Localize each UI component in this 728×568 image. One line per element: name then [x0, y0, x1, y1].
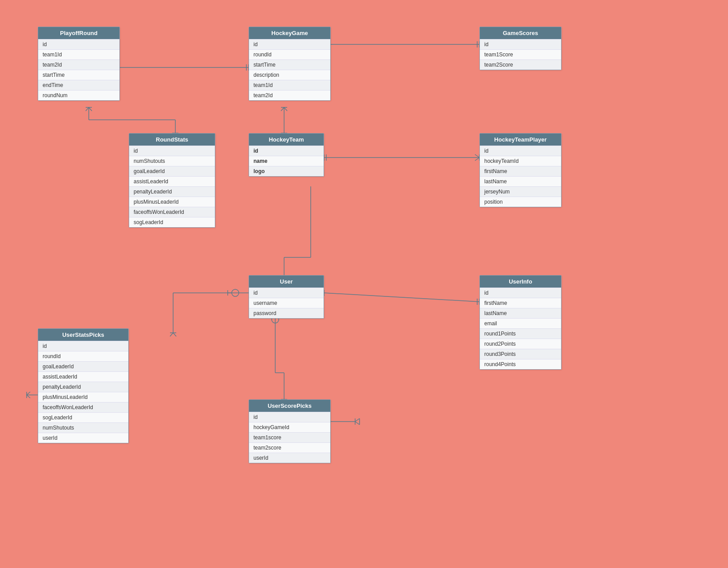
field-htp-position: position [480, 197, 561, 207]
field-uscp-hockeygameid: hockeyGameId [249, 422, 330, 432]
field-htp-jerseynum: jerseyNum [480, 186, 561, 197]
field-htp-lastname: lastName [480, 176, 561, 186]
table-round-stats: RoundStats id numShutouts goalLeaderId a… [129, 133, 215, 228]
field-htp-id: id [480, 146, 561, 156]
field-playoff-team1id: team1Id [38, 49, 119, 59]
svg-line-57 [27, 395, 30, 398]
field-htp-firstname: firstName [480, 166, 561, 176]
svg-line-46 [173, 333, 176, 336]
table-hockey-game: HockeyGame id roundId startTime descript… [249, 27, 331, 101]
field-rs-penaltyleaderid: penaltyLeaderId [129, 186, 215, 197]
field-uscp-userid: userId [249, 453, 330, 463]
table-header-user: User [249, 276, 324, 288]
field-uscp-team1score: team1score [249, 432, 330, 442]
field-playoff-id: id [38, 39, 119, 49]
field-scores-team1score: team1Score [480, 49, 561, 59]
field-ui-round4points: round4Points [480, 359, 561, 369]
svg-line-31 [475, 158, 479, 161]
svg-line-61 [355, 422, 360, 425]
table-header-round-stats: RoundStats [129, 134, 215, 146]
table-user-stats-picks: UserStatsPicks id roundId goalLeaderId a… [38, 328, 129, 443]
field-ht-logo: logo [249, 166, 324, 176]
field-usp-numshutouts: numShutouts [38, 422, 128, 433]
field-user-username: username [249, 298, 324, 308]
field-htp-hockeyteamid: hockeyTeamId [480, 156, 561, 166]
field-rs-sogleaderid: sogLeaderId [129, 217, 215, 227]
svg-line-56 [27, 392, 30, 395]
field-usp-goalleaderid: goalLeaderId [38, 361, 128, 371]
field-usp-plusminusleaderid: plusMinusLeaderId [38, 392, 128, 402]
table-hockey-team-player: HockeyTeamPlayer id hockeyTeamId firstNa… [479, 133, 562, 207]
field-ui-firstname: firstName [480, 298, 561, 308]
svg-line-18 [89, 107, 92, 111]
table-header-user-score-picks: UserScorePicks [249, 400, 330, 412]
field-user-password: password [249, 308, 324, 318]
field-ui-email: email [480, 318, 561, 328]
field-usp-sogleaderid: sogLeaderId [38, 412, 128, 422]
table-user-score-picks: UserScorePicks id hockeyGameId team1scor… [249, 399, 331, 463]
svg-line-30 [475, 154, 479, 158]
field-ui-id: id [480, 288, 561, 298]
field-ui-lastname: lastName [480, 308, 561, 318]
field-uscp-id: id [249, 412, 330, 422]
field-rs-faceoffswonleaderid: faceoffsWonLeaderId [129, 207, 215, 217]
field-usp-userid: userId [38, 433, 128, 443]
table-header-user-info: UserInfo [480, 276, 561, 288]
field-ui-round1points: round1Points [480, 328, 561, 339]
table-header-playoff-round: PlayoffRound [38, 27, 119, 39]
field-ui-round2points: round2Points [480, 339, 561, 349]
svg-line-24 [281, 107, 284, 111]
table-header-user-stats-picks: UserStatsPicks [38, 329, 128, 341]
field-rs-assistleaderid: assistLeaderId [129, 176, 215, 186]
field-game-roundid: roundId [249, 49, 330, 59]
field-usp-id: id [38, 341, 128, 351]
field-playoff-endtime: endTime [38, 80, 119, 90]
field-playoff-team2id: team2Id [38, 59, 119, 70]
field-game-starttime: startTime [249, 59, 330, 70]
field-usp-assistleaderid: assistLeaderId [38, 371, 128, 382]
table-header-hockey-game: HockeyGame [249, 27, 330, 39]
field-scores-id: id [480, 39, 561, 49]
field-scores-team2score: team2Score [480, 59, 561, 70]
svg-line-17 [86, 107, 89, 111]
table-header-hockey-team-player: HockeyTeamPlayer [480, 134, 561, 146]
svg-line-45 [170, 333, 173, 336]
svg-point-41 [232, 289, 239, 296]
table-user: User id username password [249, 275, 324, 319]
field-game-id: id [249, 39, 330, 49]
diagram-container: PlayoffRound id team1Id team2Id startTim… [0, 0, 728, 568]
field-game-team2id: team2Id [249, 90, 330, 100]
field-rs-goalleaderid: goalLeaderId [129, 166, 215, 176]
table-header-hockey-team: HockeyTeam [249, 134, 324, 146]
field-user-id: id [249, 288, 324, 298]
svg-line-25 [284, 107, 287, 111]
field-rs-id: id [129, 146, 215, 156]
field-rs-plusminusleaderid: plusMinusLeaderId [129, 197, 215, 207]
field-usp-penaltyleaderid: penaltyLeaderId [38, 382, 128, 392]
table-header-game-scores: GameScores [480, 27, 561, 39]
table-playoff-round: PlayoffRound id team1Id team2Id startTim… [38, 27, 120, 101]
field-rs-numshutouts: numShutouts [129, 156, 215, 166]
table-user-info: UserInfo id firstName lastName email rou… [479, 275, 562, 370]
field-game-team1id: team1Id [249, 80, 330, 90]
svg-line-35 [324, 293, 479, 302]
field-playoff-roundnum: roundNum [38, 90, 119, 100]
field-game-description: description [249, 70, 330, 80]
field-ui-round3points: round3Points [480, 349, 561, 359]
svg-line-60 [355, 418, 360, 422]
field-playoff-starttime: startTime [38, 70, 119, 80]
field-usp-roundid: roundId [38, 351, 128, 361]
field-ht-name: name [249, 156, 324, 166]
table-game-scores: GameScores id team1Score team2Score [479, 27, 562, 70]
field-usp-faceoffswonleaderid: faceoffsWonLeaderId [38, 402, 128, 412]
table-hockey-team: HockeyTeam id name logo [249, 133, 324, 177]
field-uscp-team2score: team2score [249, 442, 330, 453]
field-ht-id: id [249, 146, 324, 156]
